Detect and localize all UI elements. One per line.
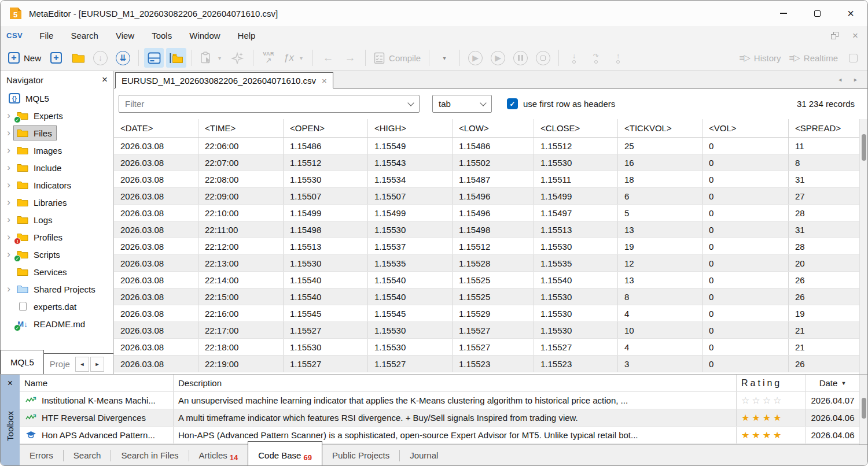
codebase-row[interactable]: HTF Reversal DivergencesA multi timefram…	[20, 409, 859, 427]
document-tab-close-icon[interactable]: ×	[322, 76, 327, 86]
step-into-button[interactable]: ↓	[564, 48, 584, 68]
function-button[interactable]: ƒx ▾	[281, 48, 307, 68]
tree-item-indicators[interactable]: ›Indicators	[1, 176, 113, 194]
document-close-icon[interactable]: ×	[852, 30, 858, 42]
compile-button[interactable]: Compile	[371, 48, 424, 68]
panel-toggle-button[interactable]	[843, 48, 863, 68]
expand-chevron-icon[interactable]: ›	[4, 110, 13, 121]
expand-chevron-icon[interactable]: ›	[4, 231, 13, 243]
first-row-headers-option[interactable]: ✓ use first row as headers	[507, 98, 615, 109]
start-debug-button[interactable]: ▶	[488, 48, 508, 68]
tab-public-projects[interactable]: Public Projects	[322, 445, 399, 465]
toolbox-header-name[interactable]: Name	[20, 375, 174, 391]
tree-item-services[interactable]: Services	[1, 263, 113, 280]
close-button[interactable]: ×	[834, 1, 867, 26]
csv-data-row[interactable]: 2026.03.0822:19:001.155271.155271.155231…	[114, 356, 859, 372]
paste-button[interactable]: ▾	[197, 48, 226, 68]
csv-data-row[interactable]: 2026.03.0822:17:001.155271.155301.155271…	[114, 322, 859, 339]
save-all-button[interactable]: ⇊	[113, 48, 133, 68]
codebase-row[interactable]: Hon APS Advanced Pattern...Hon-APS (Adva…	[20, 427, 859, 444]
navigate-back-button[interactable]: ←	[318, 48, 338, 68]
document-restore-icon[interactable]	[831, 32, 838, 39]
toggle-navigator-button[interactable]	[144, 48, 164, 68]
filter-input[interactable]	[125, 99, 409, 109]
csv-data-row[interactable]: 2026.03.0822:10:001.154991.154991.154961…	[114, 205, 859, 221]
ai-assistant-button[interactable]	[228, 48, 248, 68]
realtime-button[interactable]: ≡▷ Realtime	[786, 48, 841, 68]
menu-tools[interactable]: Tools	[143, 26, 181, 45]
csv-data-row[interactable]: 2026.03.0822:13:001.155301.155351.155281…	[114, 255, 859, 272]
tab-search-in-files[interactable]: Search in Files	[111, 445, 188, 465]
csv-data-row[interactable]: 2026.03.0822:07:001.155121.155431.155021…	[114, 154, 859, 171]
expand-chevron-icon[interactable]: ›	[4, 179, 13, 191]
delimiter-select[interactable]: tab	[432, 95, 492, 113]
csv-data-row[interactable]: 2026.03.0822:12:001.155131.155371.155121…	[114, 238, 859, 255]
tree-item-logs[interactable]: ›Logs	[1, 211, 113, 228]
csv-data-row[interactable]: 2026.03.0822:16:001.155451.155451.155291…	[114, 305, 859, 322]
history-button[interactable]: ≡▷ History	[737, 48, 784, 68]
tree-item-shared-projects[interactable]: ›Shared Projects	[1, 280, 113, 298]
codebase-row[interactable]: Institutional K-Means Machi...An unsuper…	[20, 392, 859, 409]
csv-data-row[interactable]: 2026.03.0822:06:001.154861.155491.154861…	[114, 138, 859, 154]
minimize-button[interactable]	[767, 1, 800, 26]
stop-debug-button[interactable]	[533, 48, 553, 68]
first-row-headers-checkbox[interactable]: ✓	[507, 98, 518, 109]
tree-item-include[interactable]: ›Include	[1, 159, 113, 176]
maximize-button[interactable]	[800, 1, 834, 26]
tree-item-mql5[interactable]: {}MQL5	[1, 90, 113, 107]
tree-item-readme-md[interactable]: M↓✓README.md	[1, 315, 113, 332]
navigator-tab-mql5[interactable]: MQL5	[1, 350, 44, 374]
tree-item-profiles[interactable]: ›!Profiles	[1, 228, 113, 246]
navigator-tab-proje[interactable]: Proje	[44, 354, 74, 374]
expand-chevron-icon[interactable]: ›	[4, 127, 13, 139]
save-button[interactable]: ↓	[90, 48, 111, 68]
step-out-button[interactable]: ↑	[608, 48, 628, 68]
toolbox-close-icon[interactable]: ×	[8, 378, 13, 389]
new-item-button[interactable]: +	[46, 48, 66, 68]
menu-window[interactable]: Window	[181, 26, 229, 45]
csv-data-row[interactable]: 2026.03.0822:08:001.155301.155341.154871…	[114, 171, 859, 188]
toolbox-header-date[interactable]: Date▼	[806, 375, 859, 391]
tab-scroll-right-icon[interactable]: ►	[853, 77, 858, 83]
toolbox-vertical-scrollbar[interactable]	[859, 375, 867, 445]
csv-data-row[interactable]: 2026.03.0822:09:001.155071.155071.154961…	[114, 188, 859, 205]
csv-data-row[interactable]: 2026.03.0822:11:001.154981.155301.154981…	[114, 221, 859, 238]
menu-view[interactable]: View	[107, 26, 143, 45]
csv-data-row[interactable]: 2026.03.0822:14:001.155401.155401.155251…	[114, 272, 859, 289]
filter-combobox[interactable]	[119, 95, 420, 113]
compile-dropdown-button[interactable]: ▾	[435, 48, 454, 68]
expand-chevron-icon[interactable]: ›	[4, 283, 13, 295]
tree-item-experts[interactable]: ›✓Experts	[1, 107, 113, 124]
toolbox-scrollbar-thumb[interactable]	[862, 398, 866, 419]
expand-chevron-icon[interactable]: ›	[4, 249, 13, 260]
expand-chevron-icon[interactable]: ›	[4, 162, 13, 173]
document-tab[interactable]: EURUSD_M1_202603082206_202604071610.csv …	[115, 72, 333, 88]
nav-tab-scroll-right-icon[interactable]: ►	[90, 357, 104, 372]
toolbox-header-description[interactable]: Description	[174, 375, 737, 391]
toolbox-header-rating[interactable]: Rating	[737, 375, 806, 391]
tab-errors[interactable]: Errors	[20, 445, 63, 465]
menu-search[interactable]: Search	[62, 26, 107, 45]
tree-item-experts-dat[interactable]: experts.dat	[1, 298, 113, 315]
expand-chevron-icon[interactable]: ›	[4, 145, 13, 156]
tab-journal[interactable]: Journal	[400, 445, 448, 465]
csv-scrollbar-thumb[interactable]	[862, 134, 866, 161]
navigate-forward-button[interactable]: →	[340, 48, 360, 68]
tree-item-files[interactable]: ›Files	[1, 124, 113, 142]
menu-file[interactable]: File	[31, 26, 62, 45]
menu-help[interactable]: Help	[229, 26, 264, 45]
tab-articles[interactable]: Articles14	[189, 445, 248, 465]
tab-scroll-left-icon[interactable]: ◄	[837, 77, 843, 83]
new-file-button[interactable]: + New	[5, 48, 44, 68]
expand-chevron-icon[interactable]: ›	[4, 214, 13, 225]
csv-data-row[interactable]: 2026.03.0822:18:001.155301.155301.155271…	[114, 339, 859, 356]
tree-item-scripts[interactable]: ›✓Scripts	[1, 246, 113, 263]
filter-chevron-down-icon[interactable]	[407, 99, 414, 106]
step-over-button[interactable]: ↷	[586, 48, 606, 68]
nav-tab-scroll-left-icon[interactable]: ◄	[75, 357, 89, 372]
csv-data-row[interactable]: 2026.03.0822:15:001.155401.155401.155251…	[114, 289, 859, 305]
toggle-toolbox-button[interactable]	[166, 48, 186, 68]
tab-search[interactable]: Search	[64, 445, 111, 465]
variables-button[interactable]: VAR ↗	[259, 48, 278, 68]
pause-debug-button[interactable]	[510, 48, 531, 68]
